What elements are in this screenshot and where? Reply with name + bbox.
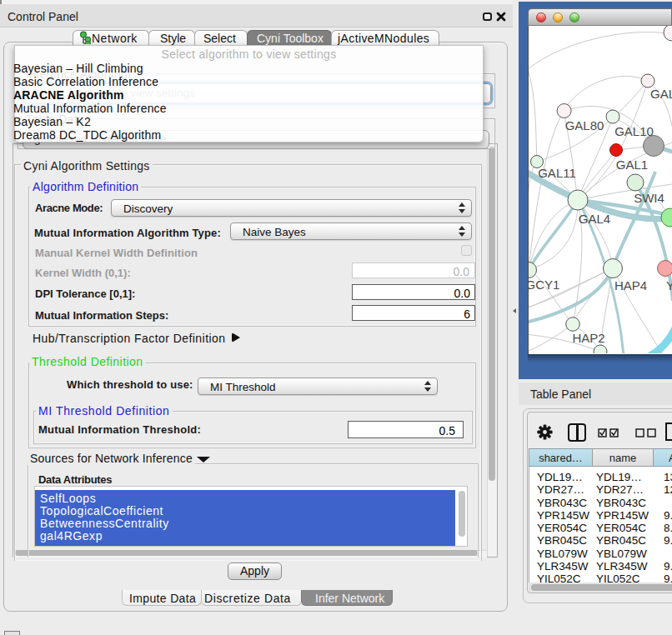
svg-text:Y: Y (666, 278, 672, 292)
svg-text:GAL11: GAL11 (538, 166, 576, 180)
svg-text:GCY1: GCY1 (529, 278, 559, 292)
svg-text:GAL10: GAL10 (614, 124, 654, 138)
svg-text:GAL7: GAL7 (650, 87, 672, 101)
svg-text:GAL4: GAL4 (579, 212, 610, 226)
svg-text:GAL80: GAL80 (565, 118, 604, 132)
svg-text:SWI4: SWI4 (634, 191, 664, 205)
svg-text:GAL1: GAL1 (616, 158, 648, 172)
svg-text:HAP4: HAP4 (614, 278, 647, 292)
svg-text:HAP2: HAP2 (572, 331, 604, 345)
